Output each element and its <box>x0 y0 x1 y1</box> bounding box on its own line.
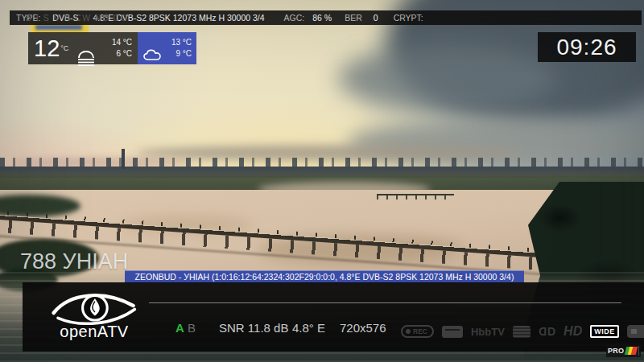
tomorrow-high: 13 °C <box>171 37 192 48</box>
dolby-icon: DD <box>539 325 555 338</box>
event-progress-line <box>149 302 621 303</box>
widescreen-icon: WIDE <box>590 325 619 338</box>
timeshift-icon <box>442 326 463 338</box>
teletext-icon <box>513 326 530 338</box>
tuner-a-indicator: A <box>175 321 184 335</box>
ber-value: 0 <box>374 13 378 23</box>
current-temperature: 12 <box>34 37 60 60</box>
hbbtv-icon: HbbTV <box>471 326 505 338</box>
channel-name: 788 УНІАН <box>20 249 128 274</box>
today-high: 14 °C <box>112 37 132 48</box>
hd-icon: HD <box>564 324 582 339</box>
agc-value: 86 % <box>312 13 332 23</box>
snr-value: SNR 11.8 dB <box>219 321 288 335</box>
tv-osd-screen: TYPE: DVB-S 4.8°E DVB-S2 8PSK 12073 MHz … <box>0 0 644 362</box>
weather-widget: 12 °C 14 °C 6 °C 13 <box>28 32 196 64</box>
today-temps: 14 °C 6 °C <box>112 37 132 60</box>
record-icon: REC <box>401 325 434 338</box>
agc-label: AGC: <box>284 13 305 23</box>
tuner-b-indicator: B <box>188 321 196 335</box>
tomorrow-low: 9 °C <box>171 48 192 60</box>
temperature-unit: °C <box>60 44 68 52</box>
today-low: 6 °C <box>112 48 132 60</box>
crypt-label: CRYPT: <box>394 13 423 23</box>
channel-watermark: PRO <box>606 343 641 357</box>
tuner-info-popup: ZEONBUD - УНІАН (1:0:16:12:64:2324:302F2… <box>125 270 524 283</box>
orbital-position: 4.8° E <box>292 321 325 335</box>
clock: 09:26 <box>538 32 636 62</box>
tuner-status-bar: TYPE: DVB-S 4.8°E DVB-S2 8PSK 12073 MHz … <box>10 10 642 25</box>
status-icons-row: REC HbbTV DD HD WIDE <box>401 323 644 340</box>
tomorrow-temps: 13 °C 9 °C <box>171 37 192 60</box>
watermark-side-mark <box>638 346 639 356</box>
resolution-value: 720x576 <box>340 321 386 335</box>
ber-label: BER <box>345 13 362 23</box>
cam-icon <box>627 325 644 338</box>
infobar-panel: openATV A B SNR 11.8 dB 4.8° E 720x576 R… <box>23 282 644 352</box>
watermark-color-emblem <box>625 347 637 355</box>
weather-tomorrow: 13 °C 9 °C <box>138 32 196 64</box>
crypt-flags: B I S V N CW ND CO <box>26 13 128 23</box>
watermark-text: PRO <box>608 347 624 355</box>
weather-today: 12 °C 14 °C 6 °C <box>28 32 138 64</box>
